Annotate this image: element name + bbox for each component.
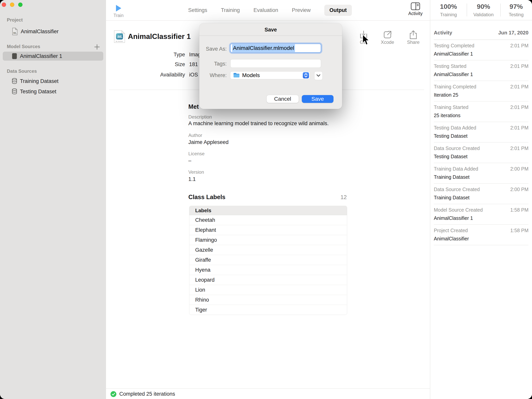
sidebar-item-animalclassifier-1[interactable]: AnimalClassifier 1 [3,52,103,61]
info-label-size: Size [106,61,185,68]
entry-title: Data Source Created [434,187,480,192]
status-bar: Completed 25 iterations [106,388,430,399]
activity-log-header: Activity [434,30,452,36]
entry-title: Training Completed [434,84,476,89]
sidebar-panel-icon [406,2,425,11]
sidebar-item-label: AnimalClassifier [21,29,59,35]
sidebar: Project ML AnimalClassifier Model Source… [0,0,106,399]
entry-time: 2:01 PM [510,63,528,69]
activity-toggle-button[interactable]: Activity [406,2,425,16]
stat-testing: 97% Testing [500,0,532,20]
play-icon [116,5,121,12]
tab-evaluation[interactable]: Evaluation [253,7,278,13]
entry-detail: 25 iterations [434,113,528,118]
stats-separator [500,4,501,16]
entry-time: 2:01 PM [510,104,528,110]
where-value: Models [242,72,260,78]
activity-entry: Project Created1:58 PM AnimalClassifier [434,225,528,245]
chevron-down-icon [316,74,321,77]
info-label-availability: Availability [106,72,185,78]
xcode-label: Xcode [378,39,397,45]
stat-training: 100% Training [430,0,467,20]
tags-input[interactable] [230,59,321,68]
entry-detail: Training Dataset [434,174,528,180]
table-row[interactable]: Rhino [189,295,347,305]
where-label: Where: [199,72,227,78]
table-row[interactable]: Giraffe [189,255,347,265]
entry-title: Project Created [434,228,468,233]
table-row[interactable]: Cheetah [189,215,347,225]
close-button[interactable] [2,3,6,7]
activity-panel: 100% Training 90% Validation 97% Testing… [430,0,532,399]
activity-label: Activity [406,11,425,16]
table-row[interactable]: Hyena [189,265,347,275]
sidebar-section-model-sources: Model Sources [7,44,40,49]
accuracy-stats: 100% Training 90% Validation 97% Testing [430,0,532,20]
minimize-button[interactable] [10,3,14,7]
train-button[interactable]: Train [108,0,129,20]
activity-log-date: Jun 17, 2020 [498,30,528,36]
save-as-input[interactable]: AnimalClassifier.mlmodel [230,44,321,53]
sidebar-item-label: Training Dataset [20,78,58,84]
toolbar: Train Settings Training Evaluation Previ… [106,0,430,21]
stat-validation: 90% Validation [467,0,500,20]
tab-bar: Settings Training Evaluation Preview Out… [188,0,352,20]
entry-detail: AnimalClassifier 1 [434,215,528,221]
table-row[interactable]: Elephant [189,225,347,235]
tab-training[interactable]: Training [221,7,240,13]
tab-preview[interactable]: Preview [292,7,310,13]
entry-detail: Iteration 25 [434,92,528,98]
entry-title: Training Started [434,104,469,110]
validation-accuracy: 90% [467,3,500,10]
entry-time: 2:01 PM [510,125,528,131]
entry-title: Testing Data Added [434,125,476,131]
tab-settings[interactable]: Settings [188,7,207,13]
entry-title: Testing Started [434,63,467,69]
testing-accuracy: 97% [500,3,532,10]
training-accuracy: 100% [430,3,467,10]
entry-time: 2:01 PM [510,146,528,151]
license-label: License [188,151,205,157]
success-check-icon [110,391,117,397]
sidebar-item-training-dataset[interactable]: Training Dataset [0,77,106,86]
sidebar-item-label: AnimalClassifier 1 [20,53,62,59]
entry-time: 1:58 PM [510,228,528,233]
share-button[interactable]: Share [404,31,423,45]
version-value: 1.1 [188,176,196,182]
folder-icon [233,73,240,78]
sidebar-item-testing-dataset[interactable]: Testing Dataset [0,87,106,96]
table-row[interactable]: Flamingo [189,235,347,245]
metadata-heading: Met [188,103,199,110]
table-row[interactable]: Lion [189,285,347,295]
database-icon [12,88,17,95]
info-label-type: Type [106,52,185,58]
dropdown-stepper-icon[interactable] [303,72,309,78]
entry-time: 2:00 PM [510,187,528,192]
table-row[interactable]: Gazelle [189,245,347,255]
version-label: Version [188,169,204,175]
xcode-button[interactable]: Xcode [378,31,397,45]
entry-title: Testing Completed [434,43,474,49]
activity-entry: Testing Completed2:01 PM AnimalClassifie… [434,40,528,60]
class-labels-count: 12 [327,194,347,201]
where-dropdown[interactable]: Models [230,71,310,79]
zoom-button[interactable] [18,3,23,7]
sidebar-item-animalclassifier[interactable]: ML AnimalClassifier [0,27,106,36]
validation-accuracy-label: Validation [467,12,500,17]
tab-output[interactable]: Output [324,5,352,16]
stats-separator [467,4,467,16]
cancel-button[interactable]: Cancel [266,95,299,103]
traffic-lights [2,3,23,7]
share-label: Share [404,39,423,45]
save-button[interactable]: Save [302,95,334,103]
mlmodel-file-icon: ML ML MODEL [114,30,126,43]
table-row[interactable]: Leopard [189,275,347,285]
table-column-header: Labels [189,206,347,215]
table-row[interactable]: Tiger [189,305,347,315]
status-message: Completed 25 iterations [119,391,175,397]
train-label: Train [108,13,129,18]
add-model-source-button[interactable] [94,44,101,51]
expand-dialog-button[interactable] [314,71,323,80]
entry-detail: AnimalClassifier [434,236,528,241]
page-title: AnimalClassifier 1 [128,32,191,41]
